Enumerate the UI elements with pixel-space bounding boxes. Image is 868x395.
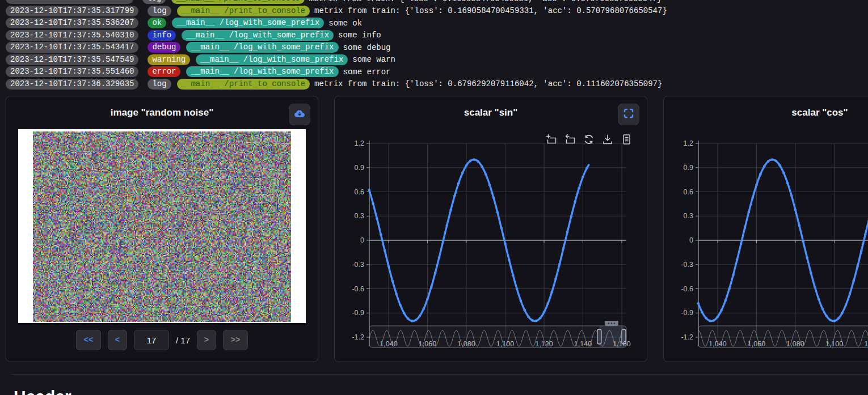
- log-message: some error: [343, 67, 391, 77]
- data-point: [574, 200, 577, 203]
- cos-line-chart[interactable]: 1.20.90.60.30-0.3-0.6-0.9-1.21,0401,0601…: [664, 130, 868, 357]
- x-axis-label: 1,080: [457, 340, 475, 348]
- data-point: [496, 211, 499, 214]
- data-point: [713, 319, 715, 322]
- page-number-input[interactable]: [134, 330, 169, 350]
- data-point: [728, 287, 731, 290]
- zoom-select-icon[interactable]: [546, 134, 557, 145]
- data-point: [841, 312, 844, 315]
- card-title: scalar "sin": [464, 107, 518, 118]
- fullscreen-expand-button[interactable]: [618, 104, 639, 125]
- data-view-icon[interactable]: [621, 134, 632, 145]
- data-point: [751, 196, 754, 199]
- y-axis-label: 0.3: [355, 212, 364, 220]
- data-point: [512, 274, 515, 277]
- fullscreen-expand-icon: [623, 108, 634, 121]
- data-point: [790, 194, 793, 197]
- card-title: image "random noise": [111, 107, 213, 118]
- data-point: [430, 286, 433, 288]
- logger-prefix-badge: __main__ /log_with_some_prefix: [186, 42, 338, 53]
- data-point: [802, 240, 804, 243]
- data-point: [523, 309, 526, 312]
- data-point: [465, 164, 468, 167]
- log-message: some info: [338, 31, 381, 40]
- markdown-heading: Header: [14, 387, 71, 395]
- data-point: [539, 317, 542, 320]
- y-axis-label: 0.9: [684, 164, 693, 172]
- data-point: [407, 317, 410, 320]
- zoom-reset-icon[interactable]: [564, 134, 576, 145]
- y-axis-label: -0.3: [352, 261, 364, 269]
- x-axis-label: 1,040: [709, 340, 726, 348]
- logger-prefix-badge: __main__ /log_with_some_prefix: [172, 18, 324, 28]
- data-point: [376, 217, 378, 220]
- data-point: [860, 249, 863, 252]
- data-point: [740, 243, 743, 245]
- data-point: [748, 211, 751, 214]
- x-axis-label: 1,120: [864, 340, 868, 348]
- data-point: [492, 197, 495, 199]
- x-axis-label: 1,140: [574, 340, 592, 348]
- log-message: metrix from train: {'loss': 0.6796292079…: [314, 79, 662, 88]
- y-axis-label: 0: [689, 236, 693, 244]
- card-title: scalar "cos": [791, 107, 848, 118]
- data-point: [434, 271, 437, 274]
- random-noise-image: [33, 131, 291, 322]
- log-message: some ok: [328, 19, 362, 28]
- sin-line-chart[interactable]: 1.20.90.60.30-0.3-0.6-0.9-1.21,0401,0601…: [335, 130, 648, 357]
- page-total-label: / 17: [176, 335, 190, 345]
- logger-prefix-badge: __main__ /print_to_console: [177, 79, 310, 90]
- y-axis-label: 0.9: [355, 164, 364, 172]
- restore-icon[interactable]: [583, 134, 595, 145]
- data-point: [864, 233, 867, 236]
- data-point: [578, 187, 580, 190]
- data-point: [438, 256, 441, 259]
- data-point: [415, 318, 418, 321]
- x-axis-label: 1,100: [825, 340, 843, 348]
- data-point: [469, 160, 472, 163]
- data-point: [845, 304, 848, 307]
- y-axis-label: 1.2: [355, 139, 364, 147]
- log-row: 2023-12-10T17:37:35.536207 ok __main__ /…: [6, 17, 868, 29]
- download-image-button[interactable]: [289, 104, 310, 125]
- datazoom-handle[interactable]: [597, 329, 601, 344]
- data-point: [697, 302, 700, 305]
- data-point: [372, 202, 374, 205]
- scalar-sin-chart-card: scalar "sin": [334, 96, 647, 362]
- data-point: [457, 182, 460, 185]
- data-point: [744, 226, 747, 229]
- data-point: [829, 318, 832, 321]
- x-axis-label: 1,040: [380, 340, 397, 348]
- data-point: [771, 158, 774, 161]
- y-axis-label: 0.6: [684, 188, 693, 196]
- data-point: [732, 274, 735, 277]
- save-image-icon[interactable]: [602, 134, 613, 145]
- data-point: [547, 302, 550, 305]
- log-row: 2023-12-10T17:37:35.551460 error __main_…: [6, 66, 868, 78]
- y-axis-label: 0: [360, 236, 364, 244]
- logged-image-random-noise: [18, 129, 306, 323]
- section-divider: [11, 374, 868, 375]
- data-point: [473, 158, 475, 161]
- data-point: [852, 279, 855, 282]
- data-point: [445, 224, 448, 227]
- log-row: log __main__ /print_to_console metrix fr…: [6, 0, 868, 5]
- data-point: [755, 184, 758, 186]
- logger-prefix-badge: __main__ /print_to_console: [177, 6, 310, 16]
- data-point: [720, 309, 723, 312]
- data-point: [778, 164, 781, 167]
- level-badge: log: [148, 6, 171, 16]
- data-point: [582, 176, 584, 179]
- data-point: [550, 291, 553, 294]
- data-point: [384, 249, 386, 252]
- last-page-button[interactable]: >>: [223, 330, 248, 350]
- next-page-button[interactable]: >: [197, 330, 216, 350]
- timestamp-badge: 2023-12-10T17:37:35.540310: [6, 30, 138, 41]
- data-point: [481, 165, 483, 168]
- data-point: [786, 182, 789, 185]
- first-page-button[interactable]: <<: [76, 330, 101, 350]
- data-point: [798, 224, 801, 227]
- prev-page-button[interactable]: <: [108, 330, 127, 350]
- data-point: [767, 160, 770, 163]
- logger-prefix-badge: __main__ /print_to_console: [171, 0, 304, 4]
